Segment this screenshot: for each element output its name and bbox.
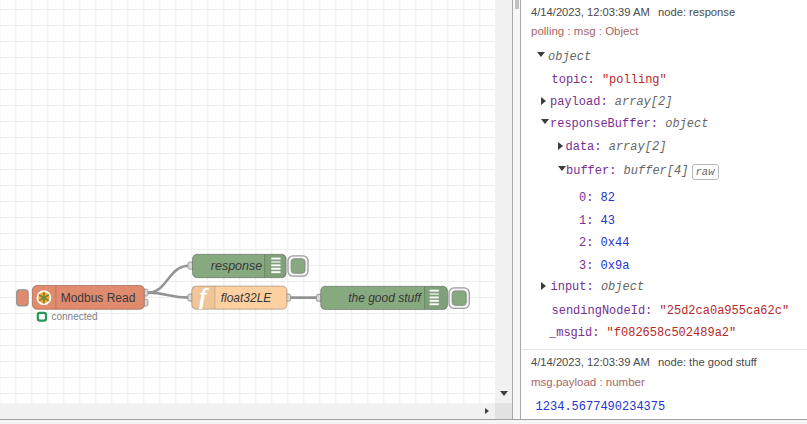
svg-text:response: response	[211, 259, 262, 273]
svg-text:Modbus Read: Modbus Read	[61, 291, 136, 305]
svg-text:connected: connected	[52, 311, 98, 322]
svg-text:float32LE: float32LE	[221, 291, 273, 305]
svg-text:the good stuff: the good stuff	[348, 291, 422, 305]
